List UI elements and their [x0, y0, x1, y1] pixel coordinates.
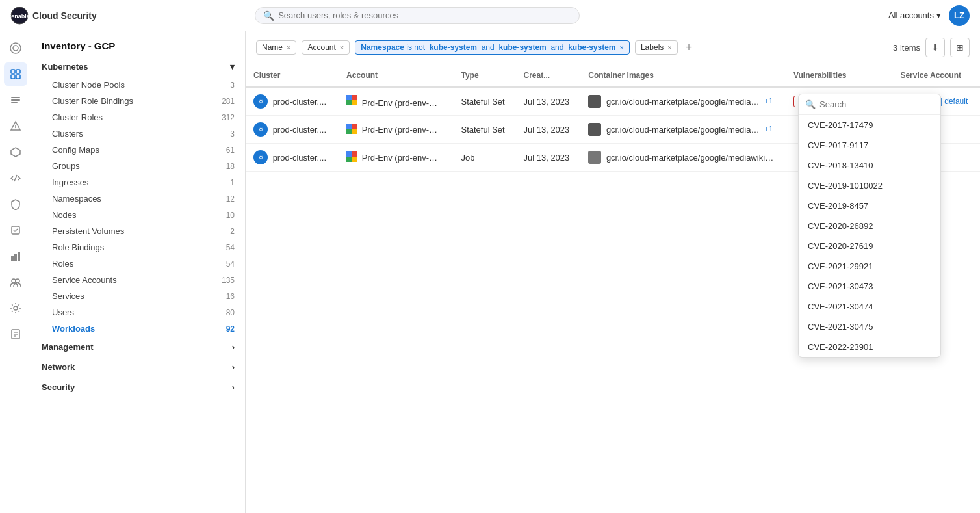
svg-rect-26: [346, 95, 352, 100]
dropdown-item-cve-2017-17479[interactable]: CVE-2017-17479: [799, 115, 940, 135]
sidebar-item-roles[interactable]: Roles 54: [31, 256, 245, 272]
svg-point-2: [10, 43, 21, 53]
image-extra[interactable]: +1: [765, 125, 773, 133]
main-layout: Inventory - GCP Kubernetes ▾ Cluster Nod…: [0, 31, 980, 513]
cell-cluster: ⚙ prod-cluster....: [246, 116, 339, 144]
sidebar-item-service-accounts[interactable]: Service Accounts 135: [31, 272, 245, 288]
svg-rect-18: [18, 252, 20, 261]
sidebar-item-services[interactable]: Services 16: [31, 288, 245, 304]
dropdown-item-cve-2017-9117[interactable]: CVE-2017-9117: [799, 135, 940, 155]
dropdown-search-input[interactable]: [819, 99, 934, 109]
cluster-icon: ⚙: [253, 94, 268, 109]
cell-created: Jul 13, 2023: [515, 144, 580, 172]
svg-rect-9: [11, 99, 20, 101]
svg-point-21: [14, 306, 18, 310]
nav-tasks[interactable]: [4, 218, 27, 242]
cell-type: Stateful Set: [453, 87, 515, 116]
dropdown-item-cve-2019-8457[interactable]: CVE-2019-8457: [799, 196, 940, 216]
sidebar-item-persistent-volumes[interactable]: Persistent Volumes 2: [31, 223, 245, 239]
svg-text:tenable: tenable: [10, 13, 29, 20]
col-type: Type: [453, 64, 515, 87]
filter-chip-labels[interactable]: Labels ×: [635, 40, 678, 55]
sidebar-section-management-label: Management: [42, 342, 93, 352]
sidebar-section-security[interactable]: Security ›: [31, 377, 245, 397]
sidebar-item-nodes[interactable]: Nodes 10: [31, 207, 245, 223]
dropdown-item-cve-2021-30473[interactable]: CVE-2021-30473: [799, 276, 940, 296]
sidebar-item-cluster-role-bindings[interactable]: Cluster Role Bindings 281: [31, 93, 245, 109]
filter-chip-name[interactable]: Name ×: [256, 40, 296, 55]
logo-text: Cloud Security: [32, 10, 97, 21]
download-icon: ⬇: [931, 42, 939, 53]
cell-created: Jul 13, 2023: [515, 87, 580, 116]
sidebar-item-role-bindings[interactable]: Role Bindings 54: [31, 239, 245, 256]
sidebar-item-cluster-node-pools[interactable]: Cluster Node Pools 3: [31, 77, 245, 93]
sidebar-item-namespaces[interactable]: Namespaces 12: [31, 191, 245, 207]
nav-dashboard[interactable]: [4, 36, 27, 60]
filter-namespace-close[interactable]: ×: [620, 44, 624, 51]
cell-account: Prd-Env (prd-env-3...): [339, 116, 453, 144]
col-created: Creat...: [515, 64, 580, 87]
dropdown-item-cve-2019-1010022[interactable]: CVE-2019-1010022: [799, 176, 940, 196]
dropdown-item-cve-2020-26892[interactable]: CVE-2020-26892: [799, 216, 940, 236]
col-service-account: Service Account: [892, 64, 980, 87]
svg-rect-35: [352, 151, 357, 157]
svg-marker-13: [11, 148, 20, 157]
items-count: 3 items: [893, 43, 920, 53]
dropdown-item-cve-2021-30475[interactable]: CVE-2021-30475: [799, 317, 940, 337]
image-icon: [588, 151, 601, 164]
filter-labels-close[interactable]: ×: [667, 44, 671, 51]
search-input[interactable]: [278, 10, 571, 20]
dropdown-item-cve-2018-13410[interactable]: CVE-2018-13410: [799, 155, 940, 176]
nav-reports[interactable]: [4, 322, 27, 346]
sidebar-item-users[interactable]: Users 80: [31, 304, 245, 321]
dropdown-item-cve-2020-27619[interactable]: CVE-2020-27619: [799, 236, 940, 256]
svg-point-19: [12, 279, 16, 283]
sidebar-section-network[interactable]: Network ›: [31, 357, 245, 377]
nav-code[interactable]: [4, 166, 27, 190]
svg-rect-17: [14, 254, 17, 261]
nav-network[interactable]: [4, 140, 27, 164]
gcp-logo-icon: [346, 95, 357, 105]
sidebar-item-ingresses[interactable]: Ingresses 1: [31, 174, 245, 191]
vulnerabilities-dropdown: 🔍 CVE-2017-17479 CVE-2017-9117 CVE-2018-…: [798, 94, 941, 358]
columns-button[interactable]: ⊞: [950, 38, 970, 57]
svg-rect-16: [11, 256, 14, 261]
filter-chip-account[interactable]: Account ×: [302, 40, 350, 55]
avatar[interactable]: LZ: [949, 5, 970, 26]
gcp-logo-icon: [346, 151, 357, 164]
nav-groups[interactable]: [4, 270, 27, 294]
download-button[interactable]: ⬇: [925, 38, 945, 57]
cell-type: Stateful Set: [453, 116, 515, 144]
svg-line-14: [14, 175, 17, 181]
nav-charts[interactable]: [4, 244, 27, 268]
nav-settings[interactable]: [4, 296, 27, 320]
dropdown-item-cve-2022-23901[interactable]: CVE-2022-23901: [799, 337, 940, 357]
sidebar-item-workloads[interactable]: Workloads 92: [31, 321, 245, 337]
nav-alerts[interactable]: [4, 114, 27, 138]
sidebar-item-config-maps[interactable]: Config Maps 61: [31, 142, 245, 158]
security-chevron-icon: ›: [232, 382, 235, 392]
search-bar[interactable]: 🔍: [255, 7, 580, 24]
sidebar-item-groups[interactable]: Groups 18: [31, 158, 245, 174]
filter-add-button[interactable]: +: [683, 41, 695, 55]
filter-chip-namespace[interactable]: Namespace is not kube-system and kube-sy…: [355, 40, 630, 55]
nav-inventory[interactable]: [4, 62, 27, 86]
svg-rect-32: [346, 129, 352, 134]
sidebar-section-kubernetes[interactable]: Kubernetes ▾: [31, 57, 245, 77]
nav-findings[interactable]: [4, 88, 27, 112]
cluster-icon: ⚙: [253, 122, 268, 137]
image-icon: [588, 95, 601, 108]
dropdown-search-bar[interactable]: 🔍: [799, 94, 940, 115]
filter-account-close[interactable]: ×: [340, 44, 344, 51]
dropdown-item-cve-2021-29921[interactable]: CVE-2021-29921: [799, 256, 940, 276]
image-extra[interactable]: +1: [765, 97, 773, 105]
sidebar-item-clusters[interactable]: Clusters 3: [31, 125, 245, 142]
nav-compliance[interactable]: [4, 192, 27, 216]
svg-rect-5: [16, 70, 20, 73]
sidebar-section-management[interactable]: Management ›: [31, 337, 245, 357]
filter-name-close[interactable]: ×: [287, 44, 290, 51]
accounts-button[interactable]: All accounts ▾: [888, 10, 941, 20]
sidebar-item-cluster-roles[interactable]: Cluster Roles 312: [31, 109, 245, 125]
svg-rect-36: [346, 157, 352, 162]
dropdown-item-cve-2021-30474[interactable]: CVE-2021-30474: [799, 296, 940, 317]
